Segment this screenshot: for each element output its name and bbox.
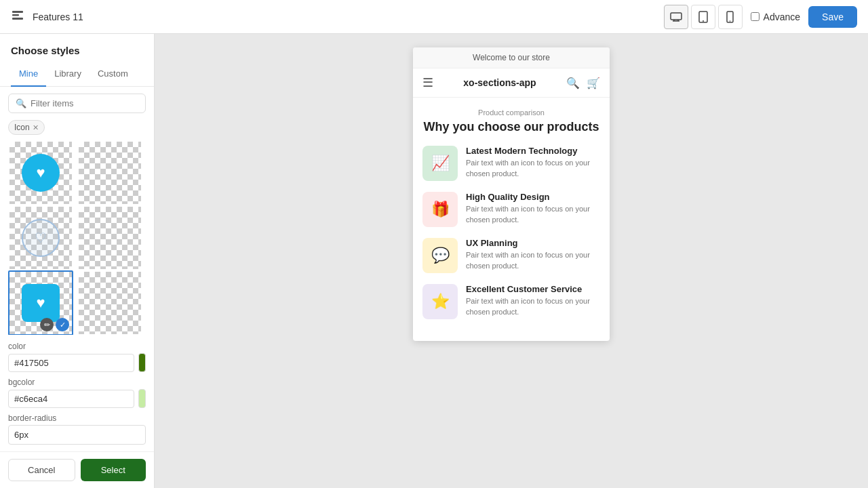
tab-library[interactable]: Library (46, 64, 90, 87)
svg-rect-0 (12, 11, 23, 13)
feature-title: UX Planning (466, 238, 600, 248)
preview-frame: Welcome to our store ☰ xo-sections-app 🔍… (413, 47, 610, 341)
style-tabs: Mine Library Custom (0, 56, 154, 87)
topbar: Features 11 Advance Save (0, 0, 868, 34)
radius-label: border-radius (8, 413, 146, 423)
radius-input[interactable] (8, 425, 146, 445)
style-icon-solid-teal: ♥ (22, 154, 60, 192)
tab-mine[interactable]: Mine (11, 64, 46, 87)
feature-text: High Quality Design Pair text with an ic… (466, 192, 600, 226)
style-item-2[interactable] (77, 140, 142, 205)
topbar-right: Advance Save (751, 6, 857, 28)
store-topbar: Welcome to our store (413, 47, 610, 68)
feature-item: 📈 Latest Modern Technology Pair text wit… (422, 146, 600, 181)
feature-desc: Pair text with an icon to focus on your … (466, 250, 600, 272)
panel-heading: Choose styles (0, 34, 154, 56)
color-label: color (8, 342, 146, 351)
back-button[interactable] (11, 8, 24, 25)
style-item-4[interactable] (77, 205, 142, 270)
color-field-row: color (8, 342, 146, 372)
feature-icon-box: ⭐ (422, 284, 458, 319)
svg-rect-2 (12, 18, 23, 20)
heart-icon-2: ♡ (35, 230, 47, 246)
svg-point-8 (703, 20, 704, 22)
bgcolor-field-row: bgcolor (8, 378, 146, 408)
feature-title: High Quality Design (466, 192, 600, 202)
tablet-view-button[interactable] (691, 5, 715, 29)
advance-checkbox-label[interactable]: Advance (751, 12, 800, 22)
item-actions: ✏ ✓ (40, 318, 69, 331)
left-panel: Choose styles Mine Library Custom 🔍 Icon… (0, 34, 155, 488)
section-label: Product comparison (422, 108, 600, 117)
style-icon-square: ♥ (22, 284, 60, 322)
bgcolor-input-row (8, 389, 146, 408)
bgcolor-label: bgcolor (8, 378, 146, 387)
heart-icon-1: ♥ (36, 164, 45, 182)
nav-icons: 🔍 🛒 (566, 77, 600, 89)
feature-text: Excellent Customer Service Pair text wit… (466, 284, 600, 318)
style-item-1[interactable]: ♥ (8, 140, 73, 205)
feature-item: 🎁 High Quality Design Pair text with an … (422, 192, 600, 227)
select-button[interactable]: Select (81, 459, 146, 481)
save-button[interactable]: Save (808, 6, 857, 28)
canvas-area: Welcome to our store ☰ xo-sections-app 🔍… (155, 34, 868, 488)
edit-style-button[interactable]: ✏ (40, 318, 54, 331)
features-list: 📈 Latest Modern Technology Pair text wit… (422, 146, 600, 319)
styles-grid: ♥ ♡ ♥ (0, 140, 154, 335)
cancel-button[interactable]: Cancel (8, 459, 75, 481)
preview-content: Product comparison Why you choose our pr… (413, 98, 610, 341)
advance-checkbox[interactable] (751, 12, 760, 21)
store-name: xo-sections-app (463, 77, 536, 88)
view-switcher (664, 5, 743, 29)
svg-point-10 (730, 20, 731, 22)
topbar-left: Features 11 (11, 8, 656, 25)
color-fields: color bgcolor border-radius (0, 335, 154, 451)
svg-rect-3 (671, 13, 682, 20)
filter-tags: Icon ✕ (0, 120, 154, 140)
icon-filter-tag: Icon ✕ (8, 120, 45, 135)
style-item-5[interactable]: ♥ ✏ ✓ (8, 270, 73, 335)
search-nav-icon[interactable]: 🔍 (566, 77, 580, 89)
svg-rect-1 (12, 14, 19, 16)
style-item-6[interactable] (77, 270, 142, 335)
tab-custom[interactable]: Custom (90, 64, 136, 87)
bgcolor-text-input[interactable] (8, 390, 134, 408)
bgcolor-swatch[interactable] (138, 389, 146, 408)
feature-title: Excellent Customer Service (466, 284, 600, 294)
feature-text: UX Planning Pair text with an icon to fo… (466, 238, 600, 272)
color-text-input[interactable] (8, 354, 134, 372)
feature-title: Latest Modern Technology (466, 146, 600, 156)
feature-item: ⭐ Excellent Customer Service Pair text w… (422, 284, 600, 319)
store-nav: ☰ xo-sections-app 🔍 🛒 (413, 68, 610, 98)
search-icon: 🔍 (16, 98, 26, 108)
cart-nav-icon[interactable]: 🛒 (587, 77, 600, 89)
style-icon-bordered: ♡ (22, 219, 60, 257)
search-box: 🔍 (8, 94, 146, 113)
color-input-row (8, 353, 146, 372)
feature-text: Latest Modern Technology Pair text with … (466, 146, 600, 180)
style-item-3[interactable]: ♡ (8, 205, 73, 270)
feature-item: 💬 UX Planning Pair text with an icon to … (422, 238, 600, 273)
remove-filter-tag[interactable]: ✕ (33, 123, 39, 132)
hamburger-icon[interactable]: ☰ (422, 75, 433, 90)
main-layout: Choose styles Mine Library Custom 🔍 Icon… (0, 34, 868, 488)
feature-icon-box: 📈 (422, 146, 458, 181)
color-swatch[interactable] (138, 353, 146, 372)
feature-icon-box: 🎁 (422, 192, 458, 227)
feature-desc: Pair text with an icon to focus on your … (466, 204, 600, 226)
mobile-view-button[interactable] (718, 5, 743, 29)
page-title: Features 11 (33, 12, 83, 22)
feature-desc: Pair text with an icon to focus on your … (466, 158, 600, 180)
panel-footer: Cancel Select (0, 451, 154, 488)
desktop-view-button[interactable] (664, 5, 688, 29)
confirm-style-button[interactable]: ✓ (56, 318, 69, 331)
feature-desc: Pair text with an icon to focus on your … (466, 296, 600, 318)
feature-icon-box: 💬 (422, 238, 458, 273)
heart-icon-3: ♥ (36, 294, 45, 312)
search-input[interactable] (31, 98, 144, 108)
section-title: Why you choose our products (422, 119, 600, 135)
radius-field-row: border-radius (8, 413, 146, 445)
